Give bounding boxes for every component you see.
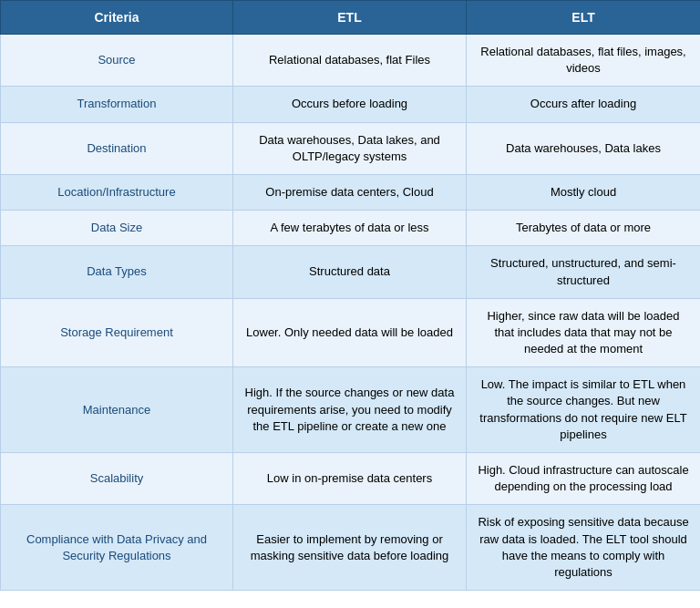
cell-criteria: Source <box>1 35 233 87</box>
table-row: DestinationData warehouses, Data lakes, … <box>1 122 701 174</box>
table-row: SourceRelational databases, flat FilesRe… <box>1 35 701 87</box>
cell-criteria: Data Size <box>1 211 233 246</box>
cell-elt: Mostly cloud <box>467 174 701 210</box>
cell-criteria: Location/Infrastructure <box>1 174 233 210</box>
cell-etl: Easier to implement by removing or maski… <box>233 505 467 591</box>
cell-etl: A few terabytes of data or less <box>233 211 467 246</box>
cell-elt: Data warehouses, Data lakes <box>467 122 701 174</box>
cell-criteria: Transformation <box>1 87 233 122</box>
cell-criteria: Scalability <box>1 453 233 505</box>
cell-elt: Relational databases, flat files, images… <box>467 35 701 87</box>
cell-elt: Terabytes of data or more <box>467 211 701 246</box>
cell-etl: Low in on-premise data centers <box>233 453 467 505</box>
cell-etl: Structured data <box>233 246 467 298</box>
cell-elt: Risk of exposing sensitive data because … <box>467 505 701 591</box>
table-row: Storage RequirementLower. Only needed da… <box>1 298 701 367</box>
cell-criteria: Destination <box>1 122 233 174</box>
cell-etl: High. If the source changes or new data … <box>233 367 467 453</box>
table-header-row: Criteria ETL ELT <box>1 1 701 35</box>
cell-etl: Lower. Only needed data will be loaded <box>233 298 467 367</box>
table-row: Data TypesStructured dataStructured, uns… <box>1 246 701 298</box>
table-row: Location/InfrastructureOn-premise data c… <box>1 174 701 210</box>
cell-etl: On-premise data centers, Cloud <box>233 174 467 210</box>
cell-criteria: Storage Requirement <box>1 298 233 367</box>
cell-criteria: Data Types <box>1 246 233 298</box>
cell-elt: Low. The impact is similar to ETL when t… <box>467 367 701 453</box>
cell-etl: Occurs before loading <box>233 87 467 122</box>
cell-criteria: Maintenance <box>1 367 233 453</box>
table-row: Data SizeA few terabytes of data or less… <box>1 211 701 246</box>
comparison-table: Criteria ETL ELT SourceRelational databa… <box>0 0 700 591</box>
table-row: ScalabilityLow in on-premise data center… <box>1 453 701 505</box>
table-row: Compliance with Data Privacy and Securit… <box>1 505 701 591</box>
header-etl: ETL <box>233 1 467 35</box>
header-criteria: Criteria <box>1 1 233 35</box>
cell-elt: High. Cloud infrastructure can autoscale… <box>467 453 701 505</box>
header-elt: ELT <box>467 1 701 35</box>
cell-criteria: Compliance with Data Privacy and Securit… <box>1 505 233 591</box>
table-row: MaintenanceHigh. If the source changes o… <box>1 367 701 453</box>
table-row: TransformationOccurs before loadingOccur… <box>1 87 701 122</box>
cell-elt: Structured, unstructured, and semi-struc… <box>467 246 701 298</box>
cell-elt: Higher, since raw data will be loaded th… <box>467 298 701 367</box>
cell-elt: Occurs after loading <box>467 87 701 122</box>
cell-etl: Data warehouses, Data lakes, and OLTP/le… <box>233 122 467 174</box>
cell-etl: Relational databases, flat Files <box>233 35 467 87</box>
